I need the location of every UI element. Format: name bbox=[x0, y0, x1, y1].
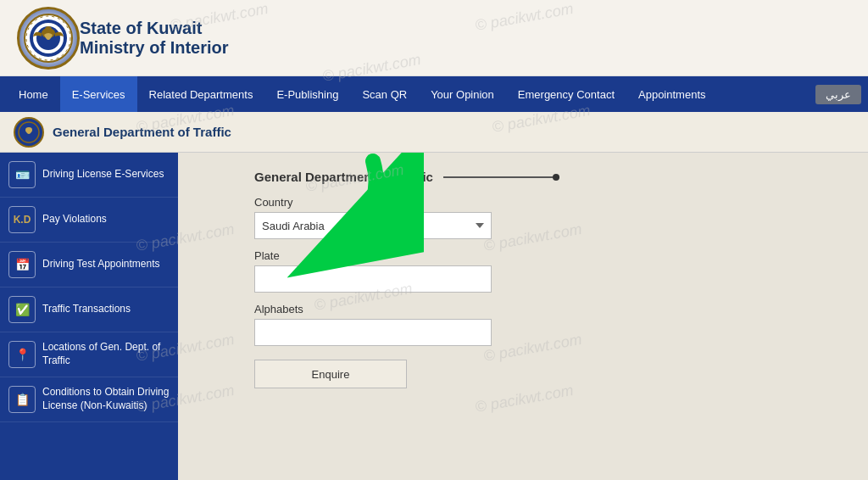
country-select[interactable]: Saudi Arabia Kuwait UAE Bahrain Qatar Om… bbox=[254, 212, 492, 239]
sidebar-label-pay-violations: Pay Violations bbox=[42, 213, 107, 226]
sidebar-label-driving-license: Driving License E-Services bbox=[42, 168, 164, 181]
ministry-logo bbox=[17, 7, 80, 70]
conditions-icon: 📋 bbox=[8, 386, 36, 413]
alphabets-field-group: Alphabets bbox=[254, 303, 559, 346]
nav-your-opinion[interactable]: Your Opinion bbox=[419, 76, 506, 112]
form-title-line bbox=[443, 176, 559, 178]
sidebar: 🪪 Driving License E-Services K.D Pay Vio… bbox=[0, 153, 178, 480]
country-field-group: Country Saudi Arabia Kuwait UAE Bahrain … bbox=[254, 196, 559, 239]
plate-field-group: Plate bbox=[254, 249, 559, 293]
driving-test-icon: 📅 bbox=[8, 251, 36, 278]
plate-label: Plate bbox=[254, 249, 559, 262]
nav-scan-qr[interactable]: Scan QR bbox=[350, 76, 419, 112]
sub-header: General Department of Traffic bbox=[0, 112, 868, 153]
plate-input[interactable] bbox=[254, 265, 492, 293]
alphabets-input[interactable] bbox=[254, 319, 492, 346]
enquire-button[interactable]: Enquire bbox=[254, 360, 407, 388]
sidebar-item-conditions[interactable]: 📋 Conditions to Obtain Driving License (… bbox=[0, 377, 178, 422]
navbar: Home E-Services Related Departments E-Pu… bbox=[0, 76, 868, 112]
main-content: General Department of Traffic Country Sa… bbox=[178, 153, 868, 480]
form-title-bar: General Department of Traffic bbox=[254, 170, 559, 184]
country-label: Country bbox=[254, 196, 559, 209]
sub-header-title: General Department of Traffic bbox=[53, 125, 231, 139]
svg-point-5 bbox=[45, 26, 52, 33]
traffic-transactions-icon: ✅ bbox=[8, 296, 36, 323]
nav-emergency-contact[interactable]: Emergency Contact bbox=[506, 76, 626, 112]
sidebar-label-traffic-transactions: Traffic Transactions bbox=[42, 303, 131, 316]
header: State of Kuwait Ministry of Interior bbox=[0, 0, 868, 76]
sidebar-item-locations[interactable]: 📍 Locations of Gen. Dept. of Traffic bbox=[0, 332, 178, 377]
pay-violations-icon: K.D bbox=[8, 206, 36, 233]
sidebar-label-locations: Locations of Gen. Dept. of Traffic bbox=[42, 341, 170, 367]
nav-appointments[interactable]: Appointments bbox=[626, 76, 718, 112]
sub-header-logo bbox=[14, 117, 44, 148]
form-title: General Department of Traffic bbox=[254, 170, 433, 184]
header-title: State of Kuwait Ministry of Interior bbox=[80, 19, 229, 58]
nav-epublishing[interactable]: E-Publishing bbox=[264, 76, 350, 112]
nav-eservices[interactable]: E-Services bbox=[60, 76, 137, 112]
nav-home[interactable]: Home bbox=[7, 76, 60, 112]
nav-arabic-button[interactable]: عربي bbox=[815, 85, 861, 104]
locations-icon: 📍 bbox=[8, 341, 36, 368]
sidebar-item-driving-test[interactable]: 📅 Driving Test Appointments bbox=[0, 243, 178, 287]
sidebar-item-driving-license[interactable]: 🪪 Driving License E-Services bbox=[0, 153, 178, 198]
nav-related-departments[interactable]: Related Departments bbox=[137, 76, 265, 112]
content-area: 🪪 Driving License E-Services K.D Pay Vio… bbox=[0, 153, 868, 480]
sidebar-label-conditions: Conditions to Obtain Driving License (No… bbox=[42, 386, 170, 412]
form-section: General Department of Traffic Country Sa… bbox=[254, 170, 559, 388]
header-title-line1: State of Kuwait bbox=[80, 19, 229, 38]
alphabets-label: Alphabets bbox=[254, 303, 559, 315]
driving-license-icon: 🪪 bbox=[8, 161, 36, 188]
sidebar-item-pay-violations[interactable]: K.D Pay Violations bbox=[0, 198, 178, 243]
sidebar-item-traffic-transactions[interactable]: ✅ Traffic Transactions bbox=[0, 287, 178, 332]
header-title-line2: Ministry of Interior bbox=[80, 38, 229, 58]
sidebar-label-driving-test: Driving Test Appointments bbox=[42, 258, 160, 271]
